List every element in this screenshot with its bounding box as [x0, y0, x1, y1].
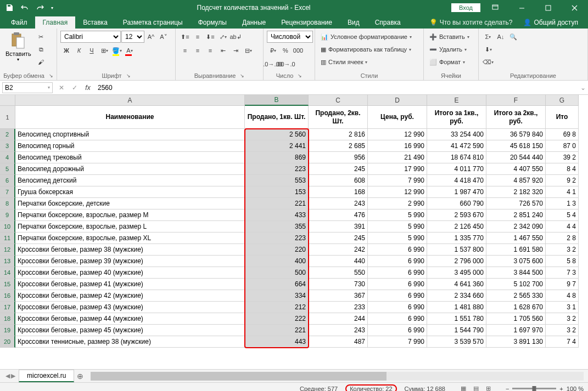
header-cell[interactable]: Ито — [546, 106, 579, 129]
clear-button[interactable]: ⌫ — [482, 56, 494, 68]
cell[interactable]: 6 990 — [368, 244, 427, 256]
redo-button[interactable] — [33, 1, 47, 14]
cell[interactable]: 5 4 — [546, 209, 579, 221]
cell[interactable]: 17 990 — [368, 163, 427, 175]
cell[interactable]: Перчатки боксерские, взрослые, размер M — [15, 209, 245, 221]
cell[interactable]: 6 990 — [368, 267, 427, 279]
cell[interactable]: 245 — [309, 233, 368, 244]
cell[interactable]: 2 126 450 — [427, 221, 486, 233]
zoom-in-button[interactable]: + — [559, 386, 563, 392]
cell[interactable]: 222 — [245, 313, 309, 325]
cell[interactable]: 33 254 400 — [427, 129, 486, 140]
row-header-20[interactable]: 20 — [0, 336, 15, 348]
cell[interactable]: 221 — [245, 198, 309, 209]
cell[interactable]: 1 551 780 — [427, 313, 486, 325]
cell[interactable]: 500 — [245, 267, 309, 279]
cell[interactable]: 87 0 — [546, 140, 579, 152]
cell[interactable]: 5 102 700 — [486, 279, 546, 290]
align-center-button[interactable]: ≡ — [192, 44, 204, 56]
cell[interactable]: 6 990 — [368, 256, 427, 267]
cell[interactable]: 2 593 670 — [427, 209, 486, 221]
font-expand[interactable]: ↘ — [126, 73, 131, 78]
increase-font-button[interactable]: A^ — [145, 31, 157, 43]
cell[interactable]: 1 467 550 — [486, 233, 546, 244]
row-header-5[interactable]: 5 — [0, 163, 15, 175]
cell[interactable]: 2 441 — [245, 140, 309, 152]
formula-input[interactable]: 2560 — [94, 84, 578, 92]
cell[interactable]: 2 565 330 — [486, 290, 546, 302]
cell[interactable]: 2 334 660 — [427, 290, 486, 302]
row-header-13[interactable]: 13 — [0, 256, 15, 267]
row-header-3[interactable]: 3 — [0, 140, 15, 152]
cell[interactable]: 5 990 — [368, 209, 427, 221]
decrease-font-button[interactable]: A˅ — [158, 31, 170, 43]
tab-view[interactable]: Вид — [340, 16, 367, 29]
cell[interactable]: Велосипед трековый — [15, 152, 245, 163]
merge-button[interactable]: ⊟ — [242, 44, 254, 56]
select-all-corner[interactable] — [0, 95, 15, 106]
cell[interactable]: 4 641 360 — [427, 279, 486, 290]
cell[interactable]: 3 2 — [546, 313, 579, 325]
cell[interactable]: Груша боксерская — [15, 186, 245, 198]
row-header-15[interactable]: 15 — [0, 279, 15, 290]
borders-button[interactable]: ⊞ — [98, 44, 110, 56]
login-button[interactable]: Вход — [451, 3, 480, 12]
cell[interactable]: 12 990 — [368, 186, 427, 198]
tab-help[interactable]: Справка — [367, 16, 408, 29]
cell[interactable]: Кроссовки беговые, размер 43 (мужские) — [15, 302, 245, 313]
tab-formulas[interactable]: Формулы — [191, 16, 234, 29]
cell[interactable]: 5 990 — [368, 233, 427, 244]
cell[interactable]: 730 — [309, 279, 368, 290]
cell[interactable]: Кроссовки беговые, размер 44 (мужские) — [15, 313, 245, 325]
enter-formula-button[interactable]: ✓ — [68, 82, 81, 93]
row-header-8[interactable]: 8 — [0, 198, 15, 209]
cell[interactable]: 553 — [245, 175, 309, 186]
sheet-nav[interactable]: ◀▶ — [2, 372, 19, 379]
cell[interactable]: 223 — [245, 233, 309, 244]
cell[interactable]: 5 8 — [546, 256, 579, 267]
sheet-tab-active[interactable]: microexcel.ru — [19, 370, 74, 382]
cell[interactable]: Велосипед дорожный — [15, 163, 245, 175]
header-cell[interactable]: Цена, руб. — [368, 106, 427, 129]
cell[interactable]: 6 990 — [368, 290, 427, 302]
row-header-18[interactable]: 18 — [0, 313, 15, 325]
fx-button[interactable]: fx — [81, 82, 94, 93]
cell[interactable]: 5 990 — [368, 221, 427, 233]
align-middle-button[interactable]: ≡ — [192, 31, 204, 43]
cell[interactable]: 221 — [245, 325, 309, 336]
tab-insert[interactable]: Вставка — [75, 16, 115, 29]
underline-button[interactable]: Ч — [86, 44, 98, 56]
row-header-9[interactable]: 9 — [0, 209, 15, 221]
cell[interactable]: Велосипед детский — [15, 175, 245, 186]
page-layout-button[interactable]: ▤ — [470, 384, 482, 392]
cell[interactable]: 2 796 000 — [427, 256, 486, 267]
cell[interactable]: 334 — [245, 290, 309, 302]
cell[interactable]: 21 490 — [368, 152, 427, 163]
number-expand[interactable]: ↘ — [298, 73, 302, 78]
col-header-D[interactable]: D — [368, 95, 427, 106]
row-header-12[interactable]: 12 — [0, 244, 15, 256]
cell[interactable]: 608 — [309, 175, 368, 186]
cell[interactable]: 9 7 — [546, 279, 579, 290]
orientation-button[interactable]: ⤢ — [217, 31, 229, 43]
format-table-button[interactable]: ▦ Форматировать как таблицу — [318, 43, 413, 55]
col-header-A[interactable]: A — [15, 95, 245, 106]
align-bottom-button[interactable]: ⬇≡ — [204, 31, 216, 43]
cell[interactable]: 2 685 — [309, 140, 368, 152]
cell[interactable]: 212 — [245, 302, 309, 313]
format-cells-button[interactable]: ⬜ Формат — [427, 56, 467, 68]
cell[interactable]: 440 — [309, 256, 368, 267]
tab-review[interactable]: Рецензирование — [273, 16, 340, 29]
cell[interactable]: 8 4 — [546, 163, 579, 175]
row-header-6[interactable]: 6 — [0, 175, 15, 186]
font-name-select[interactable]: Calibri — [60, 31, 121, 43]
cell[interactable]: 223 — [245, 163, 309, 175]
cell[interactable]: 956 — [309, 152, 368, 163]
fill-button[interactable]: ⬇ — [482, 43, 494, 55]
cell[interactable]: 391 — [309, 221, 368, 233]
cell[interactable]: 220 — [245, 244, 309, 256]
row-header-19[interactable]: 19 — [0, 325, 15, 336]
undo-button[interactable] — [18, 1, 32, 14]
decrease-decimal-button[interactable]: .00→.0 — [279, 58, 292, 70]
bold-button[interactable]: Ж — [60, 44, 72, 56]
